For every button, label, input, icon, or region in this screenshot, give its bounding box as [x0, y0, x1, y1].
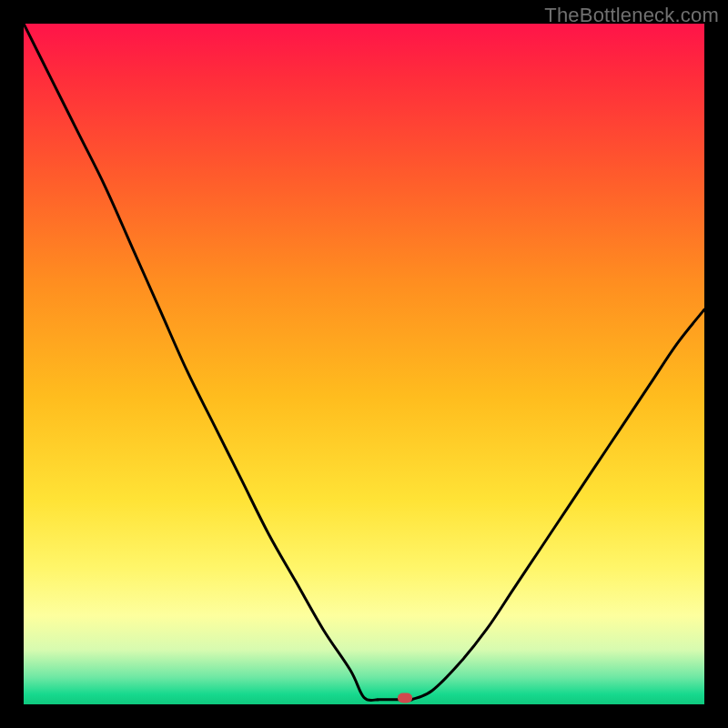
chart-frame: TheBottleneck.com: [0, 0, 728, 728]
bottleneck-curve: [24, 24, 704, 704]
watermark-text: TheBottleneck.com: [544, 4, 719, 27]
plot-area: [24, 24, 704, 704]
min-marker: [398, 693, 412, 703]
